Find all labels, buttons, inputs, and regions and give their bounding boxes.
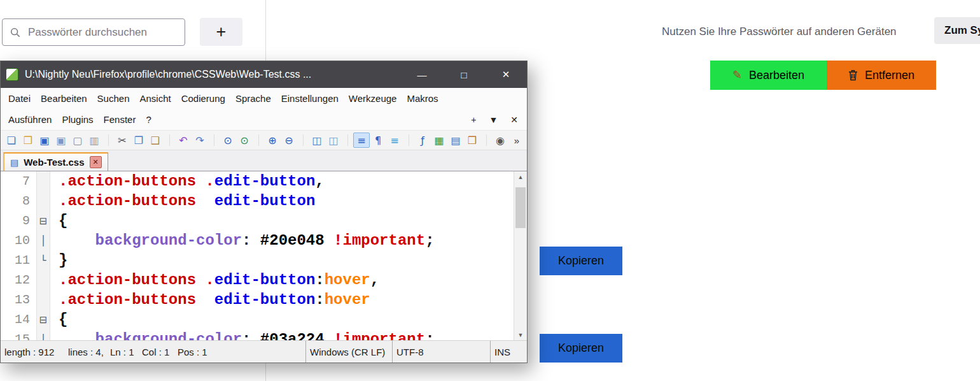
- scrollbar-thumb[interactable]: [515, 187, 526, 228]
- notepadpp-app-icon: [6, 68, 18, 81]
- tab-close-icon[interactable]: ✕: [90, 156, 102, 168]
- code-area[interactable]: 7.action-buttons .edit-button,8.action-b…: [1, 171, 514, 340]
- document-list-icon[interactable]: ▤: [447, 133, 464, 148]
- vertical-scrollbar[interactable]: ▲ ▼: [514, 171, 527, 340]
- menu-item-fenster[interactable]: Fenster: [99, 114, 141, 125]
- find-icon[interactable]: ⊙: [220, 133, 236, 148]
- tab-bar: ▤ Web-Test.css ✕: [1, 150, 527, 171]
- notepadpp-window: U:\Nightly Neu\Firefox\profile\chrome\CS…: [0, 61, 528, 363]
- edit-button-label: Bearbeiten: [749, 69, 804, 82]
- new-file-icon[interactable]: ❏: [3, 133, 20, 148]
- indent-guide-icon[interactable]: ≡: [386, 133, 403, 148]
- toolbar-separator: [480, 134, 487, 146]
- scroll-down-icon[interactable]: ▼: [514, 329, 527, 340]
- menu-row-2: AusführenPluginsFenster? + ▼ ✕: [3, 109, 524, 130]
- show-all-characters-icon[interactable]: ¶: [370, 133, 386, 148]
- toolbar-separator: [102, 134, 109, 146]
- paste-icon[interactable]: ❑: [147, 133, 164, 148]
- menu-item-suchen[interactable]: Suchen: [92, 93, 135, 104]
- code-text: .action-buttons .edit-button:hover,: [50, 271, 379, 289]
- menu-item-plugins[interactable]: Plugins: [57, 114, 98, 125]
- line-number: 7: [1, 174, 36, 189]
- menu-row-1: DateiBearbeitenSuchenAnsichtCodierungSpr…: [3, 88, 524, 109]
- word-wrap-icon[interactable]: ≡: [353, 133, 370, 148]
- search-input[interactable]: [27, 25, 177, 40]
- menu-item-einstellungen[interactable]: Einstellungen: [276, 93, 344, 104]
- copy-username-button[interactable]: Kopieren: [540, 247, 622, 275]
- scrollbar-track[interactable]: [514, 182, 527, 329]
- line-number: 13: [1, 292, 36, 307]
- code-text: .action-buttons .edit-button,: [50, 173, 325, 190]
- line-number: 9: [1, 213, 36, 228]
- fold-guide: [36, 191, 50, 211]
- status-eol-format: Windows (CR LF): [305, 341, 392, 363]
- undo-icon[interactable]: ↶: [175, 133, 192, 148]
- menu-item-help[interactable]: ?: [141, 114, 156, 125]
- code-text: {: [50, 212, 67, 229]
- sync-message: Nutzen Sie Ihre Passwörter auf anderen G…: [662, 25, 923, 38]
- tab-label: Web-Test.css: [24, 157, 84, 168]
- menu-item-ausf-hren[interactable]: Ausführen: [3, 114, 57, 125]
- pencil-icon: ✎: [732, 68, 742, 82]
- menu-item-ansicht[interactable]: Ansicht: [134, 93, 176, 104]
- open-file-icon[interactable]: ❒: [20, 133, 36, 148]
- zoom-in-icon[interactable]: ⊕: [264, 133, 281, 148]
- cut-icon[interactable]: ✂: [114, 133, 130, 148]
- scroll-up-icon[interactable]: ▲: [514, 171, 527, 182]
- minimize-icon[interactable]: —: [401, 61, 443, 88]
- copy-password-button[interactable]: Kopieren: [540, 334, 622, 363]
- dropdown-icon[interactable]: ▼: [489, 115, 498, 125]
- replace-icon[interactable]: ⊙: [236, 133, 253, 148]
- editor[interactable]: 7.action-buttons .edit-button,8.action-b…: [1, 171, 527, 340]
- title-bar[interactable]: U:\Nightly Neu\Firefox\profile\chrome\CS…: [1, 61, 527, 88]
- print-icon[interactable]: ▥: [86, 133, 102, 148]
- line-number: 8: [1, 194, 36, 208]
- menu-item-bearbeiten[interactable]: Bearbeiten: [36, 93, 92, 104]
- sync-scroll-icon[interactable]: ◫: [325, 133, 342, 148]
- function-list-icon[interactable]: ƒ: [414, 133, 431, 148]
- redo-icon[interactable]: ↷: [192, 133, 208, 148]
- document-map-icon[interactable]: ▦: [431, 133, 447, 148]
- toolbar-separator: [164, 134, 170, 146]
- remove-password-button[interactable]: Entfernen: [827, 61, 936, 90]
- save-all-icon[interactable]: ▣: [53, 133, 69, 148]
- save-icon[interactable]: ▣: [36, 133, 53, 148]
- add-login-button[interactable]: +: [200, 18, 242, 46]
- tab-web-test-css[interactable]: ▤ Web-Test.css ✕: [3, 152, 108, 171]
- close-file-icon[interactable]: ▢: [69, 133, 86, 148]
- maximize-icon[interactable]: □: [443, 61, 485, 88]
- split-view-icon[interactable]: ◫: [309, 133, 325, 148]
- edit-password-button[interactable]: ✎ Bearbeiten: [710, 61, 827, 90]
- toolbar-separator: [297, 134, 304, 146]
- menu-extra-controls: + ▼ ✕: [471, 115, 524, 125]
- plus-icon[interactable]: +: [471, 115, 476, 125]
- menu-item-makros[interactable]: Makros: [402, 93, 443, 104]
- code-text: .action-buttons edit-button: [50, 192, 315, 210]
- code-line: 11└}: [1, 250, 514, 270]
- fold-marker-icon[interactable]: ⊟: [36, 310, 50, 329]
- menu-item-sprache[interactable]: Sprache: [230, 93, 276, 104]
- fold-guide: │: [36, 231, 50, 250]
- monitoring-icon[interactable]: ◉: [492, 133, 508, 148]
- code-line: 10│ background-color: #20e048 !important…: [1, 231, 514, 250]
- sync-button[interactable]: Zum Sy: [934, 17, 980, 44]
- close-icon[interactable]: ✕: [485, 61, 527, 88]
- menu-item-codierung[interactable]: Codierung: [176, 93, 230, 104]
- toolbar-separator: [208, 134, 214, 146]
- menu-close-icon[interactable]: ✕: [510, 115, 518, 125]
- toolbar-overflow-icon[interactable]: »: [514, 135, 524, 146]
- status-encoding: UTF-8: [392, 341, 490, 363]
- search-icon: [10, 27, 20, 38]
- zoom-out-icon[interactable]: ⊖: [281, 133, 297, 148]
- folder-as-workspace-icon[interactable]: ❒: [464, 133, 480, 148]
- copy-icon[interactable]: ❐: [130, 133, 147, 148]
- code-line: 13.action-buttons edit-button:hover: [1, 290, 514, 310]
- toolbar: ❏❒▣▣▢▥✂❐❑↶↷⊙⊙⊕⊖◫◫≡¶≡ƒ▦▤❒◉ »: [1, 130, 527, 150]
- code-line: 12.action-buttons .edit-button:hover,: [1, 270, 514, 290]
- code-line: 9⊟{: [1, 211, 514, 231]
- password-search-box[interactable]: [2, 18, 185, 46]
- status-insert-mode: INS: [490, 341, 527, 363]
- fold-marker-icon[interactable]: ⊟: [36, 211, 50, 231]
- menu-item-werkzeuge[interactable]: Werkzeuge: [344, 93, 402, 104]
- menu-item-datei[interactable]: Datei: [3, 93, 36, 104]
